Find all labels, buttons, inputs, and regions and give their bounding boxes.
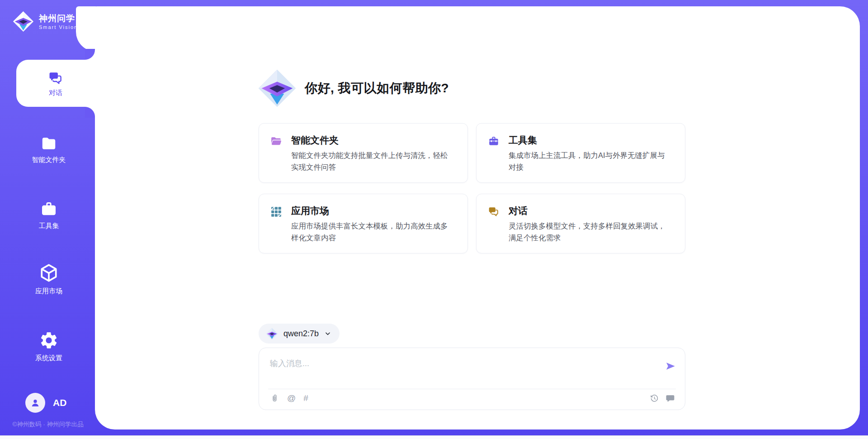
toolbox-icon [40,200,58,218]
greeting: 你好, 我可以如何帮助你? [258,69,449,108]
sidebar-item-label: 智能文件夹 [32,156,66,163]
hash-icon[interactable]: # [303,393,308,403]
tab-fillet-top [85,49,95,60]
attachment-icon[interactable] [270,394,279,403]
chevron-down-icon [324,330,331,337]
tab-fillet-bottom [85,107,95,118]
sidebar-item-chat[interactable]: 对话 [16,60,95,107]
brand: 神州问学 Smart Vision [13,11,78,32]
sidebar-item-label: 应用市场 [35,287,62,295]
sidebar-item-label: 对话 [49,89,62,96]
avatar [25,393,45,413]
card-chat[interactable]: 对话 灵活切换多模型文件，支持多样回复效果调试，满足个性化需求 [476,194,685,253]
card-description: 应用市场提供丰富长文本模板，助力高效生成多样化文章内容 [291,220,453,243]
model-selector[interactable]: qwen2:7b [259,324,340,344]
folder-open-icon [270,135,282,147]
toolbox-icon [488,135,500,147]
card-description: 灵活切换多模型文件，支持多样回复效果调试，满足个性化需求 [509,220,670,243]
message-input[interactable]: 输入消息... [270,358,309,369]
brand-logo-icon [13,11,34,32]
card-title: 对话 [509,205,670,217]
main-content-corner [76,6,96,52]
chat-icon [48,71,63,86]
at-icon[interactable]: @ [287,393,296,403]
app-window: 神州问学 Smart Vision 对话 智能文件夹 工具集 [0,0,868,439]
card-description: 集成市场上主流工具，助力AI与外界无缝扩展与对接 [509,149,670,173]
card-toolbox[interactable]: 工具集 集成市场上主流工具，助力AI与外界无缝扩展与对接 [476,123,685,183]
app-subtitle: Smart Vision [39,24,78,30]
card-smart-folder[interactable]: 智能文件夹 智能文件夹功能支持批量文件上传与清洗，轻松实现文件问答 [259,123,468,183]
card-title: 工具集 [509,134,670,146]
feature-cards: 智能文件夹 智能文件夹功能支持批量文件上传与清洗，轻松实现文件问答 工具集 集成… [259,123,685,253]
grid-icon [270,206,282,218]
cube-icon [38,262,59,283]
sidebar-item-toolbox[interactable]: 工具集 [9,200,89,229]
message-composer: 输入消息... @ # [259,348,685,410]
chat-icon [488,206,500,218]
message-icon[interactable] [665,394,675,403]
card-title: 智能文件夹 [291,134,453,146]
card-title: 应用市场 [291,205,453,217]
sidebar-item-folders[interactable]: 智能文件夹 [9,135,89,163]
model-logo-icon [266,328,278,340]
assistant-logo-icon [258,69,297,108]
greeting-title: 你好, 我可以如何帮助你? [305,80,449,97]
model-name: qwen2:7b [283,329,319,339]
history-icon[interactable] [650,394,659,403]
sidebar-item-settings[interactable]: 系统设置 [9,330,89,362]
horizontal-scrollbar[interactable] [0,435,868,439]
card-app-market[interactable]: 应用市场 应用市场提供丰富长文本模板，助力高效生成多样化文章内容 [259,194,468,253]
copyright-footer: ©神州数码 · 神州问学出品 [0,420,96,429]
sidebar-item-marketplace[interactable]: 应用市场 [9,262,89,295]
card-description: 智能文件夹功能支持批量文件上传与清洗，轻松实现文件问答 [291,149,453,173]
sidebar-item-label: 工具集 [39,222,59,229]
sidebar-item-label: 系统设置 [35,354,62,362]
user-name: AD [53,397,66,408]
folder-icon [40,135,57,152]
app-title: 神州问学 [39,14,78,24]
gear-icon [39,330,59,350]
user-profile[interactable]: AD [25,393,66,413]
send-icon[interactable] [665,361,676,372]
composer-divider [268,389,676,389]
